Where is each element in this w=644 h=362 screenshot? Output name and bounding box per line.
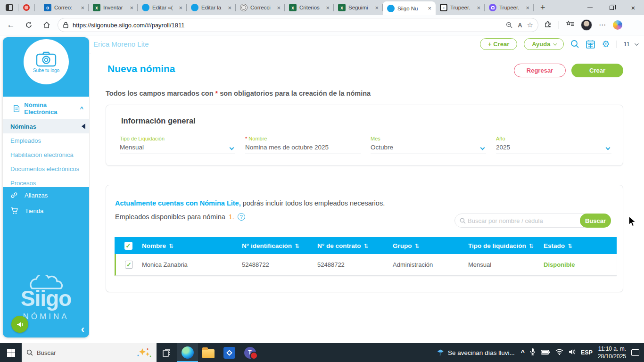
- copilot-icon[interactable]: [613, 20, 622, 30]
- language-indicator[interactable]: ESP: [581, 349, 593, 356]
- announcements-button[interactable]: [11, 316, 28, 333]
- ayuda-button[interactable]: Ayuda: [524, 38, 564, 50]
- favorites-list-icon[interactable]: [566, 20, 574, 30]
- tab-close-icon[interactable]: ×: [226, 4, 233, 11]
- calendar-icon[interactable]: [586, 40, 595, 49]
- sidebar-item-habilitacion[interactable]: Habilitación electrónica: [3, 148, 89, 162]
- browser-tab-criterios[interactable]: x Criterios ×: [285, 0, 334, 15]
- taskbar-explorer-button[interactable]: [198, 343, 219, 362]
- address-bar[interactable]: https://siigonube.siigo.com/#/payroll/18…: [58, 18, 538, 32]
- read-aloud-icon[interactable]: A: [518, 22, 522, 29]
- new-tab-button[interactable]: +: [534, 3, 552, 13]
- browser-tab-editar-1[interactable]: Editar «( ×: [138, 0, 187, 15]
- window-minimize-button[interactable]: [579, 0, 601, 15]
- mes-select[interactable]: Mes Octubre: [371, 136, 486, 154]
- col-contrato[interactable]: N° de contrato⇅: [317, 242, 393, 249]
- tab-search-icon[interactable]: [6, 4, 13, 11]
- wifi-icon[interactable]: [555, 348, 563, 357]
- edge-icon: [182, 346, 194, 359]
- back-icon[interactable]: ←: [4, 18, 18, 32]
- buscar-button[interactable]: Buscar: [580, 214, 611, 228]
- notification-center-icon[interactable]: [631, 349, 639, 356]
- refresh-icon[interactable]: [22, 18, 36, 32]
- row-checkbox[interactable]: ✓: [125, 261, 133, 269]
- extensions-icon[interactable]: [544, 20, 552, 30]
- recording-indicator-icon[interactable]: [23, 4, 30, 11]
- search-placeholder: Buscar: [37, 349, 56, 356]
- table-row[interactable]: ✓ Monica Zanabria 52488722 52488722 Admi…: [115, 254, 617, 276]
- taskbar-edge-button[interactable]: [177, 343, 198, 362]
- sort-icon: ⇅: [363, 243, 368, 249]
- window-restore-button[interactable]: [601, 0, 622, 15]
- browser-menu-icon[interactable]: ⋯: [599, 21, 606, 29]
- empleados-card: Actualmente cuentas con Nómina Lite, pod…: [106, 185, 623, 292]
- taskbar-clock[interactable]: 11:10 a. m. 28/10/2025: [598, 345, 626, 360]
- help-icon[interactable]: ?: [238, 213, 245, 221]
- tipo-liquidacion-select[interactable]: Tipo de Liquidación Mensual: [120, 136, 235, 154]
- tab-close-icon[interactable]: ×: [275, 4, 282, 11]
- tab-close-icon[interactable]: ×: [79, 4, 86, 11]
- microphone-icon[interactable]: [530, 348, 536, 357]
- col-grupo[interactable]: Grupo⇅: [393, 242, 468, 249]
- favorite-star-icon[interactable]: ☆: [527, 21, 533, 29]
- browser-tab-editar-2[interactable]: Editar la ×: [187, 0, 236, 15]
- sidebar-item-empleados[interactable]: Empleados: [3, 133, 89, 148]
- col-nombre[interactable]: Nombre⇅: [142, 242, 242, 249]
- employee-search-input[interactable]: Buscar por nombre / cédula Buscar: [454, 214, 611, 228]
- tab-close-icon[interactable]: ×: [324, 4, 331, 11]
- profile-avatar[interactable]: [581, 19, 592, 31]
- upload-logo-button[interactable]: Sube tu logo: [24, 39, 69, 84]
- status-badge: Disponible: [544, 261, 617, 268]
- ano-select[interactable]: Año 2025: [496, 136, 611, 154]
- tab-close-icon[interactable]: ×: [373, 4, 380, 11]
- crear-button[interactable]: Crear: [571, 64, 623, 77]
- search-icon[interactable]: [570, 40, 579, 49]
- weather-widget[interactable]: ☂ Se avecinan días lluvi...: [437, 348, 515, 358]
- task-view-button[interactable]: [157, 343, 177, 362]
- windows-logo-icon: [7, 349, 15, 357]
- start-button[interactable]: [0, 343, 22, 362]
- sidebar-item-nominas[interactable]: Nóminas: [3, 119, 89, 133]
- battery-icon[interactable]: [541, 348, 550, 357]
- taskbar-teams-button[interactable]: T: [239, 343, 260, 362]
- sidebar-module-header[interactable]: Nómina Electrónica ^: [3, 97, 89, 119]
- col-tipo-liquidacion[interactable]: Tipo de liquidación⇅: [468, 242, 544, 249]
- cell-identificacion: 52488722: [242, 261, 317, 268]
- browser-tab-correccion[interactable]: Correcci ×: [236, 0, 285, 15]
- tab-close-icon[interactable]: ×: [475, 4, 482, 11]
- gear-icon[interactable]: ⚙: [602, 39, 610, 49]
- sidebar-item-tienda[interactable]: Tienda: [3, 203, 89, 219]
- browser-tab-siigo-active[interactable]: Siigo Nu ×: [383, 1, 436, 15]
- browser-tab-trupeer-2[interactable]: Trupeer. ×: [485, 0, 534, 15]
- cell-grupo: Administración: [393, 261, 468, 268]
- tab-close-icon[interactable]: ×: [128, 4, 135, 11]
- sidebar-item-documentos[interactable]: Documentos electrónicos: [3, 162, 89, 176]
- taskbar-search-input[interactable]: Buscar: [22, 343, 157, 362]
- browser-tab-trupeer-1[interactable]: ▫ Trupeer. ×: [436, 0, 485, 15]
- sidebar-collapse-icon[interactable]: ‹: [81, 323, 84, 336]
- hidden-icons-chevron[interactable]: ^: [521, 349, 525, 356]
- browser-tab-correo[interactable]: o Correo: ×: [40, 0, 89, 15]
- taskbar-app-button[interactable]: [219, 343, 239, 362]
- volume-icon[interactable]: [569, 348, 576, 357]
- tab-close-icon[interactable]: ×: [177, 4, 184, 11]
- tab-close-icon[interactable]: ×: [524, 4, 531, 11]
- home-icon[interactable]: [40, 18, 54, 32]
- select-all-checkbox[interactable]: ✓: [124, 242, 132, 250]
- sidebar-item-alianzas[interactable]: Alianzas: [3, 187, 89, 203]
- session-count[interactable]: 11: [624, 41, 638, 48]
- regresar-button[interactable]: Regresar: [514, 64, 566, 77]
- zoom-out-icon[interactable]: [506, 22, 513, 29]
- nombre-field[interactable]: * Nombre Nomina mes de octubre 2025: [245, 136, 361, 154]
- umbrella-icon: ☂: [437, 348, 444, 358]
- sort-icon: ⇅: [568, 243, 572, 249]
- col-identificacion[interactable]: N° identificación⇅: [242, 242, 317, 249]
- crear-header-button[interactable]: + Crear: [480, 38, 517, 50]
- window-close-button[interactable]: ×: [622, 0, 644, 15]
- chevron-down-icon: [553, 41, 557, 45]
- col-estado[interactable]: Estado⇅: [544, 242, 617, 249]
- browser-tab-seguimiento[interactable]: x Seguimi ×: [334, 0, 383, 15]
- tab-close-icon[interactable]: ×: [426, 5, 433, 12]
- browser-tab-inventario[interactable]: x Inventar ×: [89, 0, 138, 15]
- nombre-input[interactable]: Nomina mes de octubre 2025: [245, 144, 361, 154]
